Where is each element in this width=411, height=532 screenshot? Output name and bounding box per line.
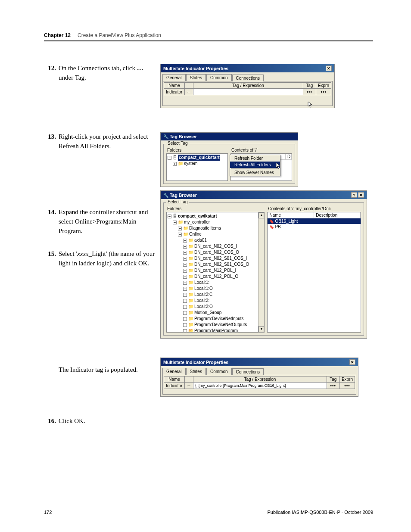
step-text-italic: xxxx — [77, 250, 89, 257]
expand-icon[interactable]: + — [183, 245, 187, 249]
menu-refresh-all-folders[interactable]: Refresh All Folders — [230, 162, 280, 168]
tag-expression-cell[interactable]: {::[my_controller]Program:MainProgram.OB… — [193, 383, 327, 389]
tab-common[interactable]: Common — [206, 74, 232, 81]
tree-item[interactable]: + DN_card_N02_S01_COS_I — [168, 255, 257, 261]
expand-icon[interactable]: + — [183, 281, 187, 285]
collapse-icon[interactable]: − — [168, 156, 171, 160]
contents-label: Contents of '/::my_controller/Onli — [267, 205, 361, 212]
tree-controller[interactable]: − my_controller — [168, 219, 257, 225]
col-blank — [185, 83, 193, 89]
tree-item[interactable]: + DN_card_N02_COS_O — [168, 249, 257, 255]
menu-show-server-names[interactable]: Show Server Names — [230, 169, 280, 176]
collapse-icon[interactable]: − — [173, 221, 177, 224]
tree-item-label: Local:2:O — [194, 304, 213, 310]
tree-root[interactable]: − compact_qwikstart — [168, 213, 257, 219]
step-number: 13. — [44, 132, 59, 151]
folder-icon — [188, 286, 193, 292]
tree-item[interactable]: + DN_card_N12_POL_O — [168, 274, 257, 280]
folder-icon — [188, 261, 193, 268]
arrow-cell — [185, 383, 193, 389]
expand-icon[interactable]: + — [183, 305, 187, 309]
tab-common[interactable]: Common — [206, 368, 232, 375]
folders-panel[interactable]: − compact_qwikstart − my_controller + Di… — [166, 212, 265, 333]
expand-icon[interactable]: + — [183, 323, 187, 327]
tree-item-label: DN_card_N02_COS_I — [194, 243, 237, 249]
tree-item[interactable]: + DN_card_N02_S01_COS_O — [168, 261, 257, 268]
col-blank — [185, 376, 193, 383]
tree-item[interactable]: + Local:1:O — [168, 286, 257, 292]
tab-general[interactable]: General — [162, 74, 186, 81]
close-icon[interactable]: ✕ — [349, 359, 355, 365]
scrollbar[interactable]: ▲ ▼ — [258, 212, 264, 332]
tree-online[interactable]: − Online — [168, 231, 257, 237]
scroll-down-icon[interactable]: ▼ — [258, 326, 264, 332]
expand-icon[interactable]: + — [183, 275, 187, 279]
tree-item[interactable]: + Local:2:I — [168, 298, 257, 304]
exprn-ellipsis-button[interactable]: ••• — [316, 89, 331, 95]
tree-root[interactable]: − compact_quickstart — [168, 155, 227, 161]
tree-item-label: Local:1:O — [194, 286, 213, 292]
collapse-icon[interactable]: − — [178, 233, 182, 236]
tree-item[interactable]: + axis01 — [168, 237, 257, 243]
tag-ellipsis-button[interactable]: ••• — [327, 383, 339, 389]
expand-icon[interactable]: + — [183, 269, 187, 273]
ellipsis-icon: ••• — [321, 90, 327, 94]
tree-item[interactable]: + Motion_Group — [168, 310, 257, 316]
expand-icon[interactable]: + — [183, 293, 187, 297]
tree-item[interactable]: + DN_card_N12_POL_I — [168, 268, 257, 274]
tree-item[interactable]: + Program:DeviceNetOutputs — [168, 322, 257, 328]
tag-expression-cell[interactable] — [193, 89, 303, 95]
dialog-multistate-indicator-1: Multistate Indicator Properties ✕ Genera… — [160, 64, 335, 108]
tab-connections[interactable]: Connections — [232, 368, 264, 375]
tree-item[interactable]: + Local:2:C — [168, 292, 257, 298]
tree-item[interactable]: + Local:1:I — [168, 280, 257, 286]
tree-item[interactable]: + DN_card_N02_COS_I — [168, 243, 257, 249]
expand-icon[interactable]: + — [173, 162, 177, 166]
close-icon[interactable]: ✕ — [358, 192, 364, 198]
page-number: 172 — [44, 510, 52, 515]
tree-item[interactable]: + Program:DeviceNetInputs — [168, 316, 257, 322]
dialog-title: Tag Browser — [170, 193, 197, 198]
tab-states[interactable]: States — [186, 74, 206, 81]
col-tag-expression: Tag / Expression — [193, 376, 327, 383]
tab-general[interactable]: General — [162, 368, 186, 375]
tab-connections[interactable]: Connections — [232, 75, 264, 81]
folders-panel[interactable]: − compact_quickstart + system — [166, 153, 228, 181]
exprn-ellipsis-button[interactable]: ••• — [339, 383, 355, 389]
tree-item-label: Program:DeviceNetOutputs — [194, 322, 247, 328]
tree-item-label: Local:2:I — [194, 298, 211, 304]
tree-item-label: DN_card_N12_POL_O — [194, 274, 238, 280]
list-item-ob16-light[interactable]: OB16_Light — [268, 218, 361, 224]
help-icon[interactable]: ? — [351, 192, 357, 198]
folder-icon — [188, 310, 193, 316]
expand-icon[interactable]: + — [183, 311, 187, 315]
collapse-icon[interactable]: − — [168, 215, 171, 218]
folder-icon — [188, 243, 193, 249]
contents-panel[interactable]: Name Description OB16_Light PB — [267, 212, 361, 333]
expand-icon[interactable]: + — [183, 263, 187, 267]
expand-icon[interactable]: + — [183, 239, 187, 243]
arrow-back-icon — [187, 383, 191, 388]
chapter-title: Create a PanelView Plus Application — [78, 32, 161, 38]
expand-icon[interactable]: + — [183, 251, 187, 255]
scroll-up-icon[interactable]: ▲ — [258, 212, 264, 218]
tab-states[interactable]: States — [186, 368, 206, 375]
expand-icon[interactable]: + — [183, 317, 187, 321]
tree-main-program[interactable]: − Program:MainProgram — [168, 328, 257, 332]
tree-diag[interactable]: + Diagnostic Items — [168, 225, 257, 231]
tree-item-system[interactable]: + system — [168, 161, 227, 167]
arrow-back-icon — [187, 90, 191, 94]
menu-refresh-folder[interactable]: Refresh Folder — [230, 155, 280, 162]
close-icon[interactable]: ✕ — [326, 65, 332, 71]
tag-ellipsis-button[interactable]: ••• — [303, 89, 316, 95]
expand-icon[interactable]: + — [178, 227, 182, 230]
step-number: 15. — [44, 249, 59, 268]
expand-icon[interactable]: + — [183, 287, 187, 291]
list-item-pb[interactable]: PB — [268, 224, 361, 230]
collapse-icon[interactable]: − — [183, 329, 187, 333]
tree-item-label: Diagnostic Items — [189, 225, 221, 231]
expand-icon[interactable]: + — [183, 257, 187, 261]
tree-item[interactable]: + Local:2:O — [168, 304, 257, 310]
expand-icon[interactable]: + — [183, 299, 187, 303]
step-text: On the Connections tab, click … under Ta… — [59, 64, 156, 83]
